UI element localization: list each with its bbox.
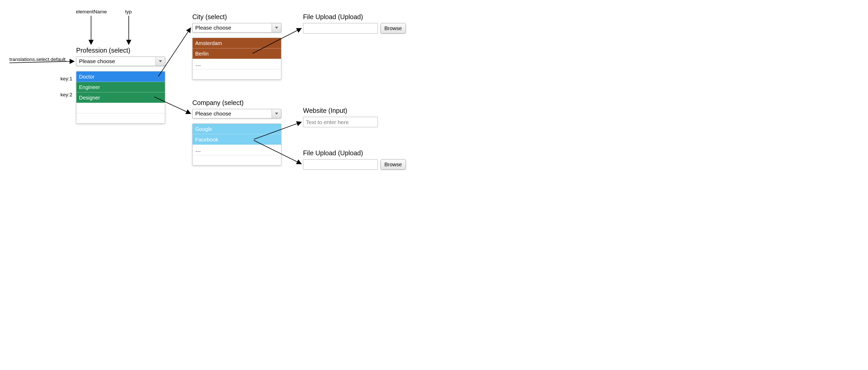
arrow-doctor-to-city (158, 28, 191, 77)
file-upload-bottom-browse-button[interactable]: Browse (380, 159, 406, 170)
profession-option-engineer[interactable]: Engineer (76, 82, 165, 92)
city-select-text: Please choose (193, 23, 272, 32)
svg-marker-2 (275, 113, 278, 115)
company-option-google[interactable]: Google (193, 124, 281, 134)
city-select[interactable]: Please choose (192, 23, 281, 32)
website-input-title: Website (Input) (303, 107, 347, 114)
profession-title: Profession (select) (76, 47, 130, 54)
profession-select[interactable]: Please choose (76, 57, 165, 66)
chevron-down-icon (272, 109, 281, 118)
city-option-blank (193, 69, 281, 80)
svg-marker-0 (159, 60, 162, 62)
city-options-list: Amsterdam Berlin … (192, 38, 281, 80)
company-select-text: Please choose (193, 109, 272, 118)
annotation-key2-label: key:2 (60, 92, 72, 98)
file-upload-bottom-field[interactable] (303, 159, 378, 170)
company-option-ellipsis: … (193, 145, 281, 155)
company-options-list: Google Facebook … (192, 123, 281, 166)
chevron-down-icon (272, 23, 281, 32)
profession-option-designer[interactable]: Designer (76, 92, 165, 103)
website-input-field[interactable]: Text to enter here (303, 117, 378, 127)
profession-options-list: Doctor Engineer Designer (76, 71, 165, 123)
file-upload-top-browse-button[interactable]: Browse (380, 23, 406, 33)
city-title: City (select) (192, 13, 227, 21)
profession-option-blank-2 (76, 113, 165, 123)
profession-option-blank-1 (76, 103, 165, 113)
chevron-down-icon (155, 57, 165, 66)
company-select[interactable]: Please choose (192, 109, 281, 118)
file-upload-top-field[interactable] (303, 23, 378, 33)
annotation-typ-label: typ (125, 9, 132, 15)
file-upload-top-title: File Upload (Upload) (303, 13, 363, 21)
company-option-facebook[interactable]: Facebook (193, 134, 281, 145)
profession-option-doctor[interactable]: Doctor (76, 72, 165, 82)
annotation-translations-default-label: translations.select.default (9, 57, 65, 62)
svg-marker-1 (275, 27, 278, 29)
city-option-ellipsis: … (193, 59, 281, 69)
file-upload-bottom-title: File Upload (Upload) (303, 149, 363, 157)
company-title: Company (select) (192, 99, 244, 107)
city-option-amsterdam[interactable]: Amsterdam (193, 38, 281, 49)
annotation-key1-label: key:1 (60, 76, 72, 82)
profession-select-text: Please choose (76, 57, 155, 66)
annotation-elementname-label: elementName (76, 9, 107, 15)
company-option-blank (193, 155, 281, 166)
city-option-berlin[interactable]: Berlin (193, 49, 281, 59)
